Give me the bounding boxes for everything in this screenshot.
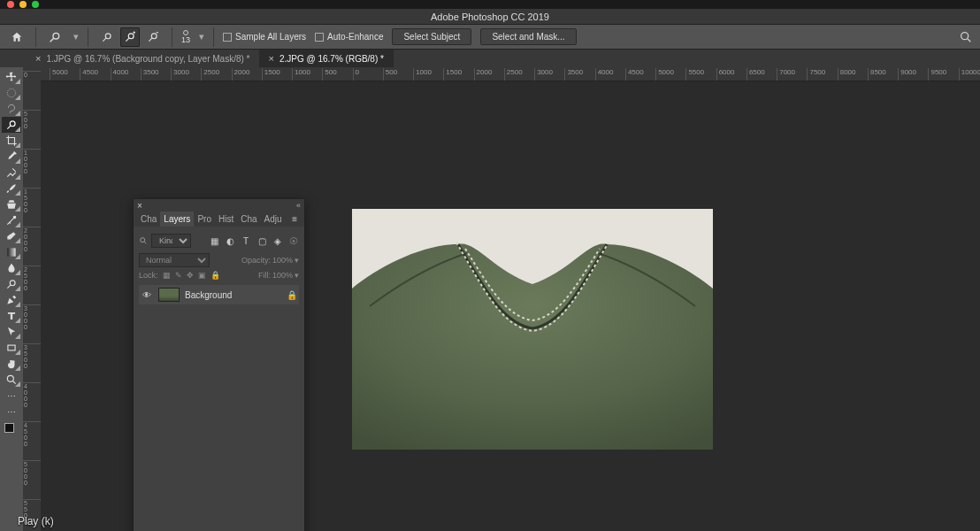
tab-label: 1.JPG @ 16.7% (Background copy, Layer Ma… [46, 54, 249, 64]
canvas-surface[interactable]: × « Cha Layers Pro Hist Cha Adju ≡ Kind [41, 81, 980, 531]
tab-label: 2.JPG @ 16.7% (RGB/8) * [279, 54, 384, 64]
svg-point-1 [105, 33, 111, 38]
dodge-tool[interactable] [2, 276, 21, 292]
svg-rect-10 [8, 345, 15, 350]
rectangle-tool[interactable] [2, 340, 21, 356]
select-and-mask-button[interactable]: Select and Mask... [480, 28, 576, 45]
panel-tab[interactable]: Adju [261, 212, 286, 227]
edit-toolbar[interactable]: ⋯ [2, 404, 21, 419]
panel-titlebar[interactable]: × « [134, 199, 304, 212]
brush-size-picker[interactable]: 13 [181, 30, 190, 44]
panel-tab[interactable]: Pro [194, 212, 215, 227]
lock-transparent-icon[interactable]: ▦ [163, 271, 171, 280]
auto-enhance-checkbox[interactable]: Auto-Enhance [315, 32, 383, 42]
lasso-tool[interactable] [2, 101, 21, 117]
add-to-selection-icon[interactable] [120, 27, 140, 47]
history-brush-tool[interactable] [2, 212, 21, 228]
panel-tab[interactable]: Cha [237, 212, 260, 227]
zoom-tool[interactable] [2, 372, 21, 388]
document-tab[interactable]: × 1.JPG @ 16.7% (Background copy, Layer … [27, 50, 260, 67]
close-window-icon[interactable] [7, 1, 14, 8]
panel-collapse-icon[interactable]: « [296, 201, 301, 210]
quick-select-tool-icon[interactable] [45, 27, 65, 47]
healing-brush-tool[interactable] [2, 165, 21, 181]
pen-tool[interactable] [2, 292, 21, 308]
filter-adjust-icon[interactable]: ◐ [225, 235, 235, 246]
document-canvas[interactable] [352, 209, 713, 450]
gradient-tool[interactable] [2, 244, 21, 260]
sample-all-layers-checkbox[interactable]: Sample All Layers [223, 32, 306, 42]
panel-tab[interactable]: Hist [215, 212, 237, 227]
subtract-from-selection-icon[interactable] [143, 27, 163, 47]
dropdown-caret-icon[interactable]: ▾ [295, 256, 299, 265]
search-icon[interactable] [959, 30, 973, 44]
blend-mode-row: Normal Opacity: 100% ▾ [139, 251, 299, 269]
document-tab-bar: × 1.JPG @ 16.7% (Background copy, Layer … [0, 50, 980, 67]
panel-menu-icon[interactable]: ≡ [288, 214, 301, 224]
minimize-window-icon[interactable] [19, 1, 27, 8]
dropdown-caret-icon[interactable]: ▾ [73, 31, 79, 42]
filter-smart-icon[interactable]: ◈ [272, 235, 283, 246]
layer-row[interactable]: 👁 Background 🔒 [139, 285, 299, 304]
ruler-tick: 0 [23, 71, 41, 78]
document-tab[interactable]: × 2.JPG @ 16.7% (RGB/8) * [260, 50, 394, 67]
ruler-tick: 1000 [292, 68, 310, 81]
path-selection-tool[interactable] [2, 324, 21, 340]
lock-position-icon[interactable]: ✥ [187, 271, 194, 280]
app-titlebar: Adobe Photoshop CC 2019 [0, 9, 980, 25]
fill-value[interactable]: 100% [272, 271, 293, 280]
divider [35, 27, 36, 47]
ruler-tick: 0 [353, 68, 359, 81]
blur-tool[interactable] [2, 260, 21, 276]
foreground-background-colors[interactable] [4, 423, 19, 437]
filter-pixel-icon[interactable]: ▦ [209, 235, 219, 246]
ruler-tick: 9000 [898, 68, 916, 81]
clone-stamp-tool[interactable] [2, 196, 21, 212]
filter-shape-icon[interactable]: ▢ [256, 235, 267, 246]
layers-panel[interactable]: × « Cha Layers Pro Hist Cha Adju ≡ Kind [133, 198, 305, 531]
dropdown-caret-icon[interactable]: ▾ [295, 271, 299, 280]
lock-image-icon[interactable]: ✎ [175, 271, 182, 280]
blend-mode-select[interactable]: Normal [139, 253, 210, 267]
crop-tool[interactable] [2, 133, 21, 149]
ruler-tick: 7500 [807, 68, 825, 81]
new-selection-icon[interactable] [97, 27, 117, 47]
options-bar: ▾ 13 ▾ Sample All Layers Auto-Enhance Se… [0, 25, 980, 50]
panel-tab[interactable]: Layers [160, 212, 194, 227]
close-tab-icon[interactable]: × [35, 53, 41, 64]
marquee-tool[interactable] [2, 85, 21, 101]
close-tab-icon[interactable]: × [269, 53, 274, 64]
opacity-value[interactable]: 100% [272, 256, 293, 265]
type-tool[interactable] [2, 308, 21, 324]
home-button[interactable] [7, 27, 27, 47]
ruler-tick: 500 [383, 68, 397, 81]
brush-tool[interactable] [2, 181, 21, 196]
eyedropper-tool[interactable] [2, 149, 21, 165]
select-subject-button[interactable]: Select Subject [392, 28, 471, 45]
ruler-tick: 1000 [413, 68, 432, 81]
hand-tool[interactable] [2, 356, 21, 372]
lock-artboard-icon[interactable]: ▣ [198, 271, 206, 280]
dropdown-caret-icon[interactable]: ▾ [199, 31, 204, 42]
layer-name[interactable]: Background [185, 290, 281, 300]
layer-visibility-icon[interactable]: 👁 [141, 290, 153, 300]
horizontal-ruler: 5000450040003500300025002000150010005000… [41, 67, 980, 81]
quick-selection-tool[interactable] [2, 117, 21, 133]
eraser-tool[interactable] [2, 228, 21, 244]
layer-thumbnail[interactable] [158, 288, 180, 302]
filter-toggle-icon[interactable]: ⦿ [288, 235, 299, 246]
foreground-color-swatch[interactable] [4, 423, 14, 433]
opacity-label: Opacity: [241, 256, 271, 265]
toolbar-more[interactable]: ⋯ [2, 388, 21, 404]
svg-point-6 [10, 121, 15, 127]
move-tool[interactable] [2, 69, 21, 85]
maximize-window-icon[interactable] [32, 1, 39, 8]
layer-filter-kind[interactable]: Kind [151, 234, 191, 248]
lock-all-icon[interactable]: 🔒 [211, 271, 220, 280]
panel-tab[interactable]: Cha [137, 212, 160, 227]
svg-point-12 [141, 238, 145, 242]
filter-type-icon[interactable]: T [241, 235, 251, 246]
brush-size-value: 13 [181, 35, 190, 44]
ruler-tick: 2500 [201, 68, 219, 81]
panel-close-icon[interactable]: × [137, 201, 142, 211]
